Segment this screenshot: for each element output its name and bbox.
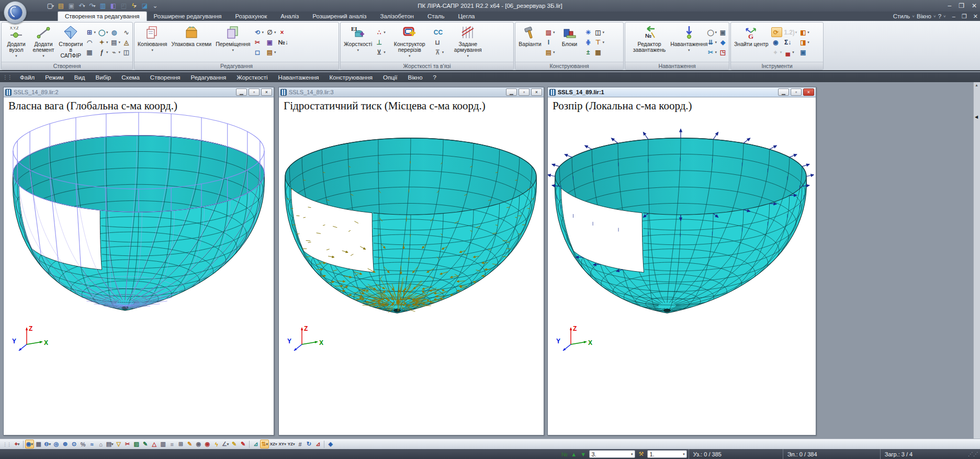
pencil-red-icon[interactable]: ✎ bbox=[239, 440, 247, 449]
sheets-icon[interactable]: ▣ bbox=[798, 47, 810, 57]
material-icon[interactable]: ▧▾ bbox=[544, 27, 556, 37]
tab-6[interactable]: Залізобетон bbox=[373, 12, 421, 21]
tab-4[interactable]: Аналіз bbox=[274, 12, 306, 21]
rotate-icon[interactable]: ↻ bbox=[305, 440, 313, 449]
menu-item-13[interactable]: ? bbox=[428, 73, 442, 82]
ribbon-button-варіанти[interactable]: Варіанти bbox=[517, 24, 543, 61]
mdi-window-1[interactable]: SSLS_14_89.lir:2▁▫×Власна вага (Глобальн… bbox=[3, 87, 274, 435]
menu-item-8[interactable]: Жорсткості bbox=[231, 73, 273, 82]
mdi-window-titlebar[interactable]: SSLS_14_89.lir:1▁▫× bbox=[548, 87, 816, 97]
mdi-close-button[interactable]: × bbox=[803, 88, 814, 96]
fxy-surface-icon[interactable]: ƒ▾ bbox=[97, 47, 109, 57]
grid-icon[interactable]: ▤▾ bbox=[109, 37, 121, 47]
restore-button[interactable]: ❐ bbox=[959, 2, 964, 9]
diamond-add-icon[interactable]: ◆ bbox=[718, 37, 727, 47]
resize-grip[interactable]: ⋰⋰ bbox=[968, 451, 980, 457]
menu-item-11[interactable]: Опції bbox=[378, 73, 403, 82]
menu-item-12[interactable]: Вікно bbox=[403, 73, 428, 82]
renumber-status-icon[interactable]: № bbox=[560, 451, 569, 457]
menu-item-4[interactable]: Вибір bbox=[91, 73, 117, 82]
rod-icon[interactable]: ⌁▾ bbox=[109, 47, 121, 57]
undo-icon[interactable]: ↶▾ bbox=[77, 2, 86, 10]
mdi-window-titlebar[interactable]: SSLS_14_89.lir:3▁▫× bbox=[279, 87, 544, 97]
cut-load-icon[interactable]: ✂▾ bbox=[706, 47, 717, 57]
ribbon-button-додати-елемент[interactable]: Додати елемент▾ bbox=[30, 24, 57, 61]
shell-model-canvas[interactable]: ZXY bbox=[548, 97, 816, 435]
mirror-icon[interactable]: ∅▾ bbox=[265, 27, 277, 37]
lightning-icon[interactable]: ϟ bbox=[212, 440, 221, 449]
model-viewport[interactable]: Розпір (Локальна с-ма коорд.)ZXY bbox=[548, 97, 816, 435]
new-document-icon[interactable]: ▢▾ bbox=[46, 2, 55, 10]
menu-item-10[interactable]: Конструювання bbox=[324, 73, 378, 82]
distributed-load-icon[interactable]: ⇊▾ bbox=[706, 37, 717, 47]
menu-item-2[interactable]: Режим bbox=[40, 73, 69, 82]
elem-mode-select[interactable]: 1.▾ bbox=[647, 450, 686, 458]
mdi-window-3[interactable]: SSLS_14_89.lir:1▁▫×Розпір (Локальна с-ма… bbox=[547, 87, 816, 435]
model-viewport[interactable]: Гідростатичний тиск (Місцева с-ма коорд.… bbox=[279, 97, 544, 435]
ribbon-button-навантаження[interactable]: Навантаження▾ bbox=[673, 24, 705, 61]
coord-axes-icon[interactable]: ⌖▾ bbox=[13, 440, 21, 449]
ribbon-button-копіювання[interactable]: Копіювання▾ bbox=[136, 24, 168, 61]
layers-icon[interactable]: ▤▾ bbox=[105, 440, 114, 449]
pick-icon[interactable]: ⌖▾ bbox=[771, 47, 783, 57]
search-red-icon[interactable]: ◉ bbox=[203, 440, 212, 449]
mdi-restore-button[interactable]: ▫ bbox=[791, 88, 802, 96]
menu-item-3[interactable]: Вид bbox=[69, 73, 91, 82]
rotate-model-icon[interactable]: ⟳ bbox=[771, 27, 783, 37]
menu-item-9[interactable]: Навантаження bbox=[273, 73, 324, 82]
report-icon[interactable]: ▥ bbox=[98, 2, 107, 10]
renumber-icon[interactable]: №↓ bbox=[277, 37, 288, 47]
flag-icon[interactable]: △ bbox=[150, 440, 159, 449]
ribbon-restore-button[interactable]: ❐ bbox=[962, 13, 967, 20]
scroll-up-icon[interactable]: ▲ bbox=[975, 83, 978, 87]
grid-number-icon[interactable]: # bbox=[296, 440, 305, 449]
support-icon[interactable]: ⊥ bbox=[375, 37, 386, 47]
ribbon-button-жорсткості[interactable]: EIЖорсткості▾ bbox=[342, 24, 374, 61]
wall-icon[interactable]: ▦ bbox=[594, 47, 605, 57]
mdi-restore-button[interactable]: ▫ bbox=[249, 88, 260, 96]
storey-icon[interactable]: ◫▾ bbox=[594, 27, 605, 37]
ribbon-minimize-button[interactable]: – bbox=[952, 13, 955, 19]
zoom-rotate-icon[interactable]: ◉ bbox=[771, 37, 783, 47]
table-icon[interactable]: ⊞ bbox=[176, 440, 185, 449]
close-button[interactable]: ✕ bbox=[972, 2, 977, 9]
axes-cube-icon[interactable]: ✦▾ bbox=[97, 37, 109, 47]
lightning-icon[interactable]: ϟ▾ bbox=[130, 2, 139, 10]
angle-icon[interactable]: ∠▾ bbox=[221, 440, 230, 449]
menu-item-1[interactable]: Файл bbox=[15, 73, 40, 82]
copy-load-icon[interactable]: ▣ bbox=[718, 27, 727, 37]
mdi-close-button[interactable]: × bbox=[531, 88, 542, 96]
book-icon[interactable]: ◧ bbox=[109, 2, 118, 10]
springs-icon[interactable]: ∴▾ bbox=[375, 27, 386, 37]
archive-icon[interactable]: ◰ bbox=[119, 2, 128, 10]
marquee-icon[interactable]: ◻ bbox=[253, 47, 264, 57]
ribbon-button-задане-армування[interactable]: Задане армування▾ bbox=[445, 24, 490, 61]
ribbon-button-знайти-центр[interactable]: GЗнайти центр bbox=[733, 24, 770, 61]
net-icon[interactable]: ⋕ bbox=[584, 37, 593, 47]
hinge-icon[interactable]: ⊻▾ bbox=[375, 47, 386, 57]
swatch-icon[interactable]: ◨▾ bbox=[798, 37, 810, 47]
building-icon[interactable]: ▦ bbox=[85, 47, 96, 57]
histogram-icon[interactable]: ▄▾ bbox=[783, 47, 797, 57]
panel-icon[interactable]: ▥ bbox=[159, 440, 167, 449]
mdi-restore-button[interactable]: ▫ bbox=[519, 88, 530, 96]
tabrow-menu-2[interactable]: Вікно bbox=[917, 13, 931, 19]
pan-view-icon[interactable]: ⇅▾ bbox=[260, 440, 269, 449]
tab-5[interactable]: Розширений аналіз bbox=[306, 12, 373, 21]
cc-icon[interactable]: CC bbox=[433, 27, 445, 37]
tab-2[interactable]: Розширене редагування bbox=[147, 12, 229, 21]
sheet-icon[interactable]: ◫ bbox=[122, 47, 131, 57]
mdi-scrollbar[interactable]: ▲ ◀ bbox=[973, 82, 980, 439]
ribbon-button-створити-в-сапфір[interactable]: Створити в САПФІР bbox=[58, 24, 84, 61]
tab-3[interactable]: Розрахунок bbox=[228, 12, 274, 21]
hatch-icon[interactable]: ▨ bbox=[132, 440, 141, 449]
truss-icon[interactable]: ◠ bbox=[85, 37, 96, 47]
mdi-minimize-button[interactable]: ▁ bbox=[506, 88, 517, 96]
minimize-button[interactable]: – bbox=[948, 2, 951, 9]
node-down-icon[interactable]: ▼ bbox=[579, 451, 588, 457]
save-icon[interactable]: ▣ bbox=[67, 2, 76, 10]
ribbon-button-упаковка-схеми[interactable]: Упаковка схеми bbox=[170, 24, 213, 61]
globe-icon[interactable]: ◍ bbox=[109, 27, 121, 37]
ribbon-close-button[interactable]: ✕ bbox=[973, 13, 978, 20]
stamp-icon[interactable]: ▤▾ bbox=[265, 47, 277, 57]
